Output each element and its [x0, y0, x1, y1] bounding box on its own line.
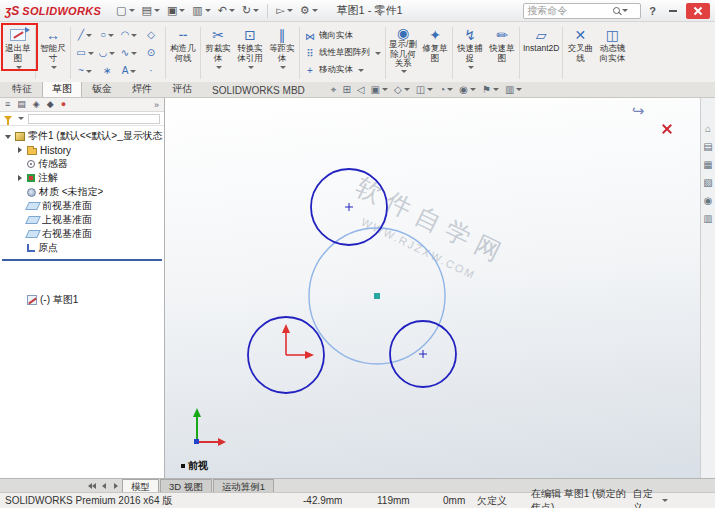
displaymanager-tab[interactable]: ●	[61, 100, 66, 109]
tree-item-sketch1[interactable]: (-) 草图1	[0, 293, 164, 307]
fillet-tool-button[interactable]: ·	[140, 62, 162, 80]
filter-funnel-icon[interactable]	[4, 116, 12, 121]
point-tool-button[interactable]: ∗	[96, 62, 118, 80]
construction-geometry-button[interactable]: ╌ 构造几 何线	[167, 24, 199, 82]
display-delete-relations-button[interactable]: ◉ 显示/删 除几何 关系	[387, 24, 419, 82]
confirm-exit-sketch-icon[interactable]: ↩	[632, 102, 645, 120]
chevron-down-icon[interactable]	[129, 9, 135, 12]
solidworks-resources-icon[interactable]: ⌂	[705, 124, 711, 134]
chevron-down-icon[interactable]	[51, 66, 57, 69]
view-palette-icon[interactable]: ▧	[703, 178, 712, 188]
chevron-down-icon[interactable]	[131, 34, 137, 37]
dynamic-mirror-button[interactable]: ◫ 动态镜 向实体	[596, 24, 628, 82]
quick-snaps-button[interactable]: ↯ 快速捕 捉	[454, 24, 486, 82]
chevron-down-icon[interactable]	[130, 70, 136, 73]
chevron-down-icon[interactable]	[516, 88, 522, 91]
chevron-down-icon[interactable]	[131, 52, 137, 55]
configurationmanager-tab[interactable]: ◈	[33, 100, 40, 109]
chevron-down-icon[interactable]	[88, 52, 94, 55]
chevron-down-icon[interactable]	[468, 66, 474, 69]
select-tool-button[interactable]: ▻	[274, 2, 294, 20]
previous-view-button[interactable]: ◁	[355, 84, 367, 95]
cancel-sketch-icon[interactable]	[662, 124, 672, 134]
slot-tool-button[interactable]: ⊙	[140, 44, 162, 62]
chevron-down-icon[interactable]	[447, 88, 453, 91]
tree-item-history[interactable]: History	[0, 143, 164, 157]
tab-weldments[interactable]: 焊件	[122, 80, 162, 97]
tree-root-part[interactable]: 零件1 (默认<<默认>_显示状态 1>)	[0, 129, 164, 143]
chevron-down-icon[interactable]	[154, 9, 160, 12]
tab-evaluate[interactable]: 评估	[162, 80, 202, 97]
chevron-down-icon[interactable]	[108, 34, 114, 37]
hide-show-items-button[interactable]: ◔	[437, 84, 455, 95]
command-search-box[interactable]	[523, 3, 641, 19]
chevron-down-icon[interactable]	[312, 9, 318, 12]
dimxpertmanager-tab[interactable]: ◆	[47, 100, 54, 109]
chevron-down-icon[interactable]	[622, 9, 628, 12]
view-settings-button[interactable]: ▥	[503, 84, 524, 95]
tab-features[interactable]: 特征	[2, 80, 42, 97]
search-icon[interactable]	[613, 7, 620, 14]
scroll-tabs-right-button[interactable]	[110, 480, 122, 492]
file-explorer-icon[interactable]: ▦	[703, 160, 712, 170]
chevron-down-icon[interactable]	[358, 69, 364, 72]
expand-arrow-icon[interactable]	[16, 146, 24, 154]
edit-appearance-button[interactable]: ◉	[457, 84, 478, 95]
design-library-icon[interactable]: ▤	[703, 142, 712, 152]
custom-status-dropdown[interactable]: 自定义	[633, 487, 668, 508]
propertymanager-tab[interactable]: ▤	[17, 100, 26, 109]
tab-solidworks-mbd[interactable]: SOLIDWORKS MBD	[202, 83, 315, 97]
view-orientation-button[interactable]: ◇	[392, 84, 412, 95]
tab-sheet-metal[interactable]: 钣金	[82, 80, 122, 97]
chevron-down-icon[interactable]	[401, 70, 407, 73]
chevron-down-icon[interactable]	[205, 9, 211, 12]
tab-sketch[interactable]: 草图	[42, 80, 82, 97]
circle-tool-button[interactable]: ○	[96, 26, 118, 44]
zoom-area-button[interactable]: ⊞	[340, 84, 352, 95]
text-tool-button[interactable]: A	[118, 62, 140, 80]
tab-model[interactable]: 模型	[122, 479, 159, 492]
linear-sketch-pattern-button[interactable]: ⠿线性草图阵列	[304, 46, 381, 61]
tab-3d-views[interactable]: 3D 视图	[160, 479, 212, 492]
circle-center-point[interactable]	[374, 293, 380, 299]
panel-expand-arrow-icon[interactable]: »	[154, 100, 159, 110]
chevron-down-icon[interactable]	[375, 52, 381, 55]
custom-properties-icon[interactable]: ▥	[703, 214, 712, 224]
chevron-down-icon[interactable]	[18, 117, 24, 120]
repair-sketch-button[interactable]: ✦ 修复草 图	[419, 24, 451, 82]
arc-tool-button[interactable]: ◠	[118, 26, 140, 44]
collapse-arrow-icon[interactable]	[4, 132, 12, 140]
move-entities-button[interactable]: +移动实体	[304, 63, 381, 78]
trim-entities-button[interactable]: ✂ 剪裁实 体	[202, 24, 234, 82]
open-button[interactable]: ▤	[140, 2, 162, 20]
chevron-down-icon[interactable]	[493, 88, 499, 91]
chevron-down-icon[interactable]	[86, 70, 92, 73]
chevron-down-icon[interactable]	[427, 88, 433, 91]
convert-entities-button[interactable]: ⊡ 转换实 体引用	[234, 24, 266, 82]
rollback-bar[interactable]	[2, 259, 162, 261]
search-input[interactable]	[527, 5, 613, 16]
tree-item-origin[interactable]: 原点	[0, 241, 164, 255]
close-window-button[interactable]	[686, 3, 710, 19]
undo-button[interactable]: ↶	[216, 2, 237, 20]
chevron-down-icon[interactable]	[109, 52, 115, 55]
instant2d-button[interactable]: ▱ Instant2D	[521, 24, 561, 82]
tangent-arc-tool-button[interactable]: ◡	[96, 44, 118, 62]
chevron-down-icon[interactable]	[216, 66, 222, 69]
tree-item-right-plane[interactable]: 右视基准面	[0, 227, 164, 241]
chevron-down-icon[interactable]	[248, 66, 254, 69]
chevron-down-icon[interactable]	[86, 34, 92, 37]
new-document-button[interactable]: ▢	[114, 2, 136, 20]
ellipse-tool-button[interactable]: ~	[74, 62, 96, 80]
print-button[interactable]: ▥	[190, 2, 212, 20]
featuremanager-tree-tab[interactable]: ≡	[5, 100, 10, 109]
tree-item-sensors[interactable]: 传感器	[0, 157, 164, 171]
minimize-icon[interactable]	[669, 10, 677, 12]
help-button[interactable]: ?	[645, 5, 660, 17]
rebuild-button[interactable]: ↻	[240, 2, 261, 20]
polygon-tool-button[interactable]: ◇	[140, 26, 162, 44]
rapid-sketch-button[interactable]: ✏ 快速草 图	[486, 24, 518, 82]
chevron-down-icon[interactable]	[229, 9, 235, 12]
graphics-viewport[interactable]: 软件自学网 WWW.RJZXW.COM	[165, 98, 700, 478]
chevron-down-icon[interactable]	[16, 66, 22, 69]
